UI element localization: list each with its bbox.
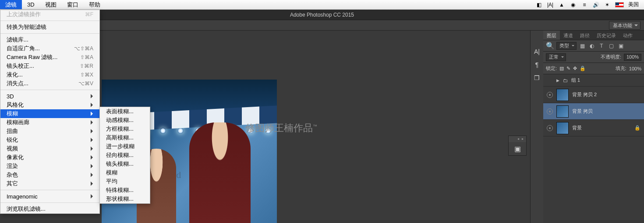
collapse-left-icon[interactable]: ◂ <box>517 137 521 140</box>
layer-name[interactable]: 背景 拷贝 2 <box>572 91 597 98</box>
menu-lens-correction[interactable]: 镜头校正...⇧⌘R <box>0 62 99 70</box>
character-panel-icon[interactable]: A| <box>534 48 540 55</box>
menu-filter[interactable]: 滤镜 <box>0 0 22 9</box>
layer-bg-copy[interactable]: 背景 拷贝 <box>543 103 644 120</box>
layer-filter-row: 🔍 类型 ▦ ◐ T ▢ ▣ <box>543 40 644 52</box>
filter-adjust-icon[interactable]: ◐ <box>588 42 596 50</box>
blend-mode-select[interactable]: 正常 <box>546 53 566 61</box>
tray-qq-icon[interactable]: ◉ <box>570 2 577 8</box>
blur-box[interactable]: 方框模糊... <box>100 125 150 133</box>
flag-icon[interactable] <box>615 2 624 7</box>
layers-list: ▶ 🗀 组 1 背景 拷贝 2 背景 拷贝 背景 🔒 <box>543 74 644 223</box>
collapsed-panel[interactable]: ◂▸ ▣ <box>508 136 527 156</box>
blur-blur[interactable]: 模糊 <box>100 168 150 177</box>
menu-vanishing-point[interactable]: 消失点...⌥⌘V <box>0 79 99 88</box>
menu-browse-online[interactable]: 浏览联机滤镜... <box>0 205 99 213</box>
blur-motion[interactable]: 动感模糊... <box>100 116 150 125</box>
layer-name[interactable]: 背景 拷贝 <box>572 108 593 115</box>
fill-value[interactable]: 100% <box>629 66 641 71</box>
blur-shape[interactable]: 形状模糊... <box>100 195 150 203</box>
wifi-icon[interactable]: ✶ <box>604 2 611 8</box>
blur-average[interactable]: 平均 <box>100 177 150 186</box>
lock-brush-icon[interactable]: ✎ <box>566 66 570 71</box>
lock-move-icon[interactable]: ✥ <box>573 66 577 71</box>
filter-smart-icon[interactable]: ▣ <box>617 42 625 50</box>
disclosure-triangle-icon[interactable]: ▶ <box>556 78 559 83</box>
lock-icon: 🔒 <box>634 125 640 131</box>
layer-thumbnail[interactable] <box>556 105 569 118</box>
opacity-value[interactable]: 100% <box>624 54 641 61</box>
menu-3d-sub[interactable]: 3D <box>0 92 99 101</box>
menu-other[interactable]: 其它 <box>0 179 99 188</box>
lock-fill-row: 锁定: ▧ ✎ ✥ 🔒 填充: 100% <box>543 63 644 74</box>
collapsed-dock: A| ¶ ❒ <box>530 31 543 223</box>
panel-tabs: 图层 通道 路径 历史记录 动作 <box>543 31 644 40</box>
tray-mountain-icon[interactable]: ▲ <box>558 2 565 8</box>
menu-3d[interactable]: 3D <box>22 0 40 9</box>
menu-blur[interactable]: 模糊 <box>0 109 99 118</box>
menu-window[interactable]: 窗口 <box>62 0 84 9</box>
tray-app-icon[interactable]: ◧ <box>535 2 542 8</box>
layer-thumbnail[interactable] <box>556 122 569 134</box>
volume-icon[interactable]: 🔊 <box>592 2 599 8</box>
visibility-toggle[interactable] <box>547 92 553 98</box>
properties-icon[interactable]: ▣ <box>514 145 521 153</box>
folder-icon: 🗀 <box>563 78 568 83</box>
lock-label: 锁定: <box>546 65 557 72</box>
system-menubar: 滤镜 3D 视图 窗口 帮助 ◧ |A| ▲ ◉ ≡ 🔊 ✶ 美国 <box>0 0 644 10</box>
blur-gaussian[interactable]: 高斯模糊... <box>100 133 150 142</box>
tab-history[interactable]: 历史记录 <box>593 31 619 40</box>
tab-paths[interactable]: 路径 <box>577 31 593 40</box>
menu-stylize[interactable]: 风格化 <box>0 101 99 109</box>
filter-image-icon[interactable]: ▦ <box>578 42 586 50</box>
tab-layers[interactable]: 图层 <box>543 31 560 40</box>
paragraph-panel-icon[interactable]: ¶ <box>535 61 539 68</box>
menu-distort[interactable]: 扭曲 <box>0 127 99 136</box>
blur-radial[interactable]: 径向模糊... <box>100 151 150 160</box>
layer-group-1[interactable]: ▶ 🗀 组 1 <box>543 74 644 87</box>
tray-menu-icon[interactable]: ≡ <box>581 2 588 8</box>
menu-adaptive-wide-angle[interactable]: 自适应广角...⌥⇧⌘A <box>0 44 99 53</box>
layer-bg-copy-2[interactable]: 背景 拷贝 2 <box>543 87 644 103</box>
layer-name[interactable]: 组 1 <box>571 77 580 84</box>
layer-name[interactable]: 背景 <box>572 125 582 131</box>
menu-liquify[interactable]: 液化...⇧⌘X <box>0 70 99 79</box>
menu-help[interactable]: 帮助 <box>84 0 106 9</box>
layers-panel: 图层 通道 路径 历史记录 动作 🔍 类型 ▦ ◐ T ▢ ▣ 正常 不透明度:… <box>543 31 644 223</box>
menu-blur-gallery[interactable]: 模糊画廊 <box>0 118 99 127</box>
blur-more[interactable]: 进一步模糊 <box>100 142 150 151</box>
filter-shape-icon[interactable]: ▢ <box>607 42 615 50</box>
collapse-right-icon[interactable]: ▸ <box>522 137 525 140</box>
blur-surface[interactable]: 表面模糊... <box>100 107 150 116</box>
blur-lens[interactable]: 镜头模糊... <box>100 160 150 168</box>
menu-view[interactable]: 视图 <box>40 0 62 9</box>
kind-filter-select[interactable]: 类型 <box>556 42 577 50</box>
menu-sharpen[interactable]: 锐化 <box>0 136 99 144</box>
menu-render[interactable]: 渲染 <box>0 162 99 171</box>
tray-adobe-icon[interactable]: |A| <box>547 2 554 8</box>
tab-channels[interactable]: 通道 <box>560 31 577 40</box>
watermark: 修图师王楠作品™ <box>245 122 317 135</box>
blur-special[interactable]: 特殊模糊... <box>100 186 150 195</box>
menu-last-filter: 上次滤镜操作 ⌘F <box>0 10 99 19</box>
3d-panel-icon[interactable]: ❒ <box>534 74 540 81</box>
menu-video[interactable]: 视频 <box>0 144 99 153</box>
workspace-switcher[interactable]: 基本功能 <box>609 21 640 30</box>
visibility-toggle[interactable] <box>547 108 553 115</box>
visibility-toggle[interactable] <box>547 125 553 131</box>
menu-convert-smart[interactable]: 转换为智能滤镜 <box>0 23 99 31</box>
layer-thumbnail[interactable] <box>556 89 569 101</box>
tab-actions[interactable]: 动作 <box>619 31 636 40</box>
menu-imagenomic[interactable]: Imagenomic <box>0 192 99 201</box>
fill-label: 填充: <box>616 65 626 72</box>
menu-pixelate[interactable]: 像素化 <box>0 153 99 162</box>
filter-type-icon[interactable]: T <box>598 42 605 50</box>
menu-noise[interactable]: 杂色 <box>0 171 99 179</box>
layer-background[interactable]: 背景 🔒 <box>543 120 644 136</box>
filter-dropdown: 上次滤镜操作 ⌘F 转换为智能滤镜 滤镜库... 自适应广角...⌥⇧⌘A Ca… <box>0 10 100 214</box>
lock-transparency-icon[interactable]: ▧ <box>559 66 564 71</box>
blend-opacity-row: 正常 不透明度: 100% <box>543 52 644 63</box>
menu-filter-gallery[interactable]: 滤镜库... <box>0 35 99 44</box>
lock-all-icon[interactable]: 🔒 <box>580 66 586 71</box>
menu-camera-raw[interactable]: Camera Raw 滤镜...⇧⌘A <box>0 53 99 62</box>
